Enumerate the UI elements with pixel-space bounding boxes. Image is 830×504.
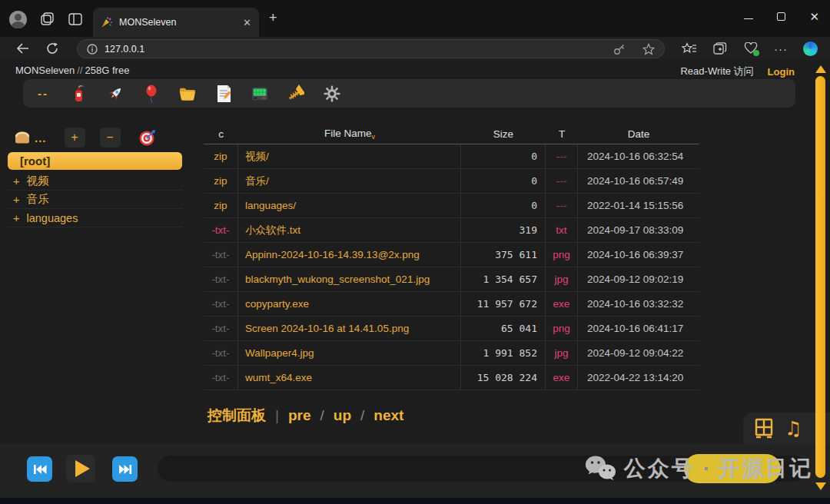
new-tab-button[interactable]: +	[269, 11, 277, 25]
col-c[interactable]: c	[204, 128, 238, 140]
play-button[interactable]	[66, 455, 95, 482]
window-minimize-button[interactable]	[744, 18, 753, 20]
copilot-icon[interactable]	[801, 39, 819, 58]
sort-indicator: v	[372, 133, 376, 141]
file-name-link[interactable]: Screen 2024-10-16 at 14.41.05.png	[238, 317, 461, 340]
file-row[interactable]: -txt- Wallpaper4.jpg 1 991 852 jpg 2024-…	[204, 341, 699, 366]
gear-icon[interactable]	[324, 85, 340, 103]
tree-item[interactable]: + 视频	[8, 172, 182, 191]
breadcrumb-toggle-dots[interactable]: ...	[35, 131, 47, 144]
collapse-dashes-button[interactable]: --	[35, 85, 51, 103]
collections-icon[interactable]	[711, 39, 729, 58]
file-name-link[interactable]: 小众软件.txt	[238, 218, 461, 242]
file-date: 2024-09-12 09:04:22	[578, 341, 699, 365]
bread-icon[interactable]	[14, 130, 31, 145]
nav-pre-link[interactable]: pre	[288, 407, 311, 424]
file-name-link[interactable]: blackmyth_wukong_screenshot_021.jpg	[238, 267, 461, 291]
file-action-link[interactable]: zip	[204, 144, 238, 168]
balloon-icon[interactable]	[143, 85, 160, 103]
file-row[interactable]: -txt- blackmyth_wukong_screenshot_021.jp…	[204, 267, 699, 292]
file-name-link[interactable]: languages/	[238, 194, 461, 217]
folder-icon[interactable]	[179, 85, 196, 103]
browser-tab[interactable]: MONSeleven ✕	[93, 8, 259, 37]
previous-track-button[interactable]	[27, 456, 52, 482]
tree-item[interactable]: + 音乐	[8, 191, 182, 209]
col-date[interactable]: Date	[578, 128, 699, 140]
audio-player-icon[interactable]: ♫	[785, 419, 802, 438]
file-action-link[interactable]: zip	[204, 194, 238, 217]
more-menu-icon[interactable]: ···	[772, 39, 790, 58]
tree-item[interactable]: + languages	[8, 209, 182, 227]
file-type: ---	[546, 144, 578, 168]
file-action-link[interactable]: zip	[204, 169, 238, 193]
file-row[interactable]: -txt- Screen 2024-10-16 at 14.41.05.png …	[204, 317, 699, 341]
col-size[interactable]: Size	[461, 128, 546, 140]
refresh-icon[interactable]	[43, 39, 61, 58]
address-bar[interactable]: 127.0.0.1	[77, 39, 665, 58]
back-icon[interactable]	[13, 39, 32, 58]
file-action-link[interactable]: -txt-	[204, 341, 238, 365]
file-name-link[interactable]: copyparty.exe	[238, 292, 461, 316]
file-action-link[interactable]: -txt-	[204, 243, 238, 267]
browser-essentials-icon[interactable]	[742, 39, 760, 58]
tree-grow-button[interactable]: +	[65, 128, 85, 148]
trumpet-icon[interactable]	[287, 85, 304, 103]
col-filename[interactable]: File Namev	[238, 128, 461, 141]
scrollbar-thumb[interactable]	[815, 76, 825, 478]
col-type[interactable]: T	[546, 128, 578, 140]
dartboard-icon[interactable]	[138, 128, 157, 147]
rocket-icon[interactable]	[107, 85, 124, 103]
file-name-link[interactable]: Wallpaper4.jpg	[238, 341, 461, 365]
file-row[interactable]: zip 视频/ 0 --- 2024-10-16 06:32:54	[204, 144, 699, 169]
breadcrumb[interactable]: MONSeleven//258G free	[15, 65, 129, 76]
file-size: 0	[461, 144, 546, 168]
tree-expand-icon[interactable]: +	[13, 175, 19, 187]
tree-item-label: 视频	[26, 174, 48, 188]
password-key-icon[interactable]	[613, 43, 626, 55]
nav-next-link[interactable]: next	[374, 407, 403, 424]
nav-up-link[interactable]: up	[334, 407, 351, 424]
file-action-link[interactable]: -txt-	[204, 366, 238, 390]
file-action-link[interactable]: -txt-	[204, 317, 238, 340]
file-name-link[interactable]: 音乐/	[238, 169, 461, 193]
file-row[interactable]: -txt- copyparty.exe 11 957 672 exe 2024-…	[204, 292, 699, 317]
profile-avatar-icon[interactable]	[9, 11, 27, 28]
tree-shrink-button[interactable]: −	[100, 128, 121, 148]
pager-icon[interactable]	[251, 85, 268, 103]
favorite-star-icon[interactable]	[642, 43, 655, 55]
file-date: 2024-10-16 03:32:32	[578, 292, 699, 316]
file-size: 375 611	[461, 243, 546, 267]
file-action-link[interactable]: -txt-	[204, 218, 238, 242]
file-row[interactable]: -txt- wumt_x64.exe 15 028 224 exe 2022-0…	[204, 366, 699, 390]
tab-close-icon[interactable]: ✕	[243, 17, 251, 28]
control-panel-link[interactable]: 控制面板	[208, 406, 266, 426]
tree-expand-icon[interactable]: +	[13, 194, 19, 206]
url-text[interactable]: 127.0.0.1	[105, 44, 613, 55]
window-close-button[interactable]: ✕	[809, 11, 819, 22]
scrollbar-up-arrow[interactable]	[815, 65, 826, 73]
scrollbar-down-arrow[interactable]	[815, 482, 826, 490]
tree-item[interactable]: [root]	[8, 152, 182, 170]
grid-view-icon[interactable]	[754, 418, 774, 439]
file-date: 2024-09-17 08:33:09	[578, 218, 699, 242]
file-row[interactable]: zip languages/ 0 --- 2022-01-14 15:15:56	[204, 194, 699, 218]
file-name-link[interactable]: Appinn-2024-10-16-14.39.13@2x.png	[238, 243, 461, 267]
workspaces-icon[interactable]	[41, 12, 55, 26]
file-row[interactable]: -txt- Appinn-2024-10-16-14.39.13@2x.png …	[204, 243, 699, 267]
file-action-link[interactable]: -txt-	[204, 292, 238, 316]
file-name-link[interactable]: wumt_x64.exe	[238, 366, 461, 390]
file-action-link[interactable]: -txt-	[204, 267, 238, 291]
tab-actions-icon[interactable]	[68, 12, 82, 26]
breadcrumb-site[interactable]: MONSeleven	[15, 65, 75, 76]
window-maximize-button[interactable]	[777, 12, 785, 21]
file-row[interactable]: -txt- 小众软件.txt 319 txt 2024-09-17 08:33:…	[204, 218, 699, 243]
site-info-icon[interactable]	[87, 44, 98, 55]
file-row[interactable]: zip 音乐/ 0 --- 2024-10-16 06:57:49	[204, 169, 699, 194]
login-link[interactable]: Login	[768, 66, 795, 78]
next-track-button[interactable]	[112, 456, 138, 482]
fire-extinguisher-icon[interactable]	[71, 85, 88, 103]
tree-expand-icon[interactable]: +	[13, 212, 19, 224]
memo-icon[interactable]	[215, 85, 232, 103]
file-name-link[interactable]: 视频/	[238, 144, 461, 168]
favorites-bar-icon[interactable]	[680, 39, 699, 58]
